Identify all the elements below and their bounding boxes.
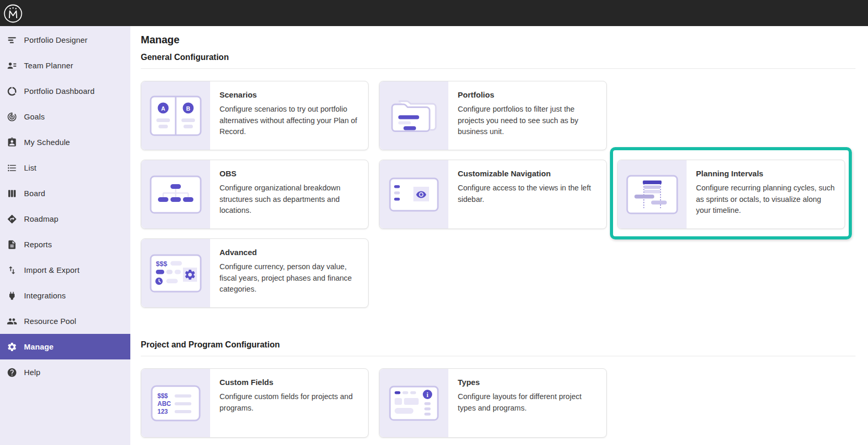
sidebar-item-label: Portfolio Designer	[24, 35, 88, 44]
card-description: Configure scenarios to try out portfolio…	[219, 104, 359, 138]
sidebar-item-label: Portfolio Dashboard	[24, 87, 94, 95]
sidebar-item-reports[interactable]: Reports	[0, 232, 130, 257]
sidebar-item-import-export[interactable]: Import & Export	[0, 257, 130, 283]
svg-text:A: A	[161, 105, 165, 111]
card-advanced[interactable]: $$$ Advanced	[141, 238, 369, 308]
sidebar-item-label: Reports	[24, 240, 52, 249]
my-schedule-icon	[7, 137, 17, 148]
manage-gear-icon	[7, 342, 17, 352]
scenarios-illustration-icon: A B	[141, 81, 210, 150]
sidebar-item-label: Import & Export	[24, 266, 79, 274]
card-portfolios[interactable]: Portfolios Configure portfolios to filte…	[379, 81, 607, 150]
card-title: Custom Fields	[219, 378, 359, 387]
topbar	[0, 0, 868, 26]
sidebar-item-roadmap[interactable]: Roadmap	[0, 206, 130, 232]
planning-intervals-illustration-icon	[618, 160, 687, 228]
svg-text:B: B	[186, 105, 190, 111]
custom-fields-illustration-icon: $$$ ABC 123	[141, 369, 210, 437]
card-description: Configure portfolios to filter just the …	[458, 104, 597, 138]
sidebar-item-label: List	[24, 163, 36, 172]
portfolios-illustration-icon	[380, 81, 448, 150]
card-title: Planning Intervals	[696, 169, 835, 178]
import-export-icon	[7, 265, 17, 275]
section-title-general-configuration: General Configuration	[141, 53, 855, 69]
sidebar-item-resource-pool[interactable]: Resource Pool	[0, 308, 130, 334]
project-program-card-grid: $$$ ABC 123 Custom Fields Configure cust…	[141, 368, 855, 438]
integrations-icon	[7, 291, 17, 301]
customizable-navigation-illustration-icon	[380, 160, 448, 228]
sidebar-item-my-schedule[interactable]: My Schedule	[0, 129, 130, 155]
app-logo[interactable]	[2, 2, 25, 25]
card-obs[interactable]: OBS Configure organizational breakdown s…	[141, 160, 369, 229]
sidebar-item-goals[interactable]: Goals	[0, 104, 130, 129]
card-description: Configure layouts for different project …	[458, 391, 597, 414]
sidebar-item-help[interactable]: Help	[0, 359, 130, 385]
card-title: Portfolios	[458, 90, 597, 99]
portfolio-dashboard-icon	[7, 86, 17, 97]
sidebar-item-portfolio-dashboard[interactable]: Portfolio Dashboard	[0, 78, 130, 104]
sidebar: Portfolio Designer Team Planner Portfoli…	[0, 26, 130, 445]
card-scenarios[interactable]: A B Scenarios Configure scenarios to try…	[141, 81, 369, 150]
sidebar-item-manage[interactable]: Manage	[0, 334, 130, 359]
sidebar-item-label: My Schedule	[24, 138, 70, 147]
types-illustration-icon: i	[380, 369, 448, 437]
sidebar-item-list[interactable]: List	[0, 155, 130, 181]
obs-illustration-icon	[141, 160, 210, 228]
page-title: Manage	[141, 33, 855, 47]
card-description: Configure access to the views in the lef…	[458, 183, 597, 205]
svg-text:ABC: ABC	[157, 400, 171, 407]
sidebar-item-integrations[interactable]: Integrations	[0, 283, 130, 308]
card-planning-intervals[interactable]: Planning Intervals Configure recurring p…	[617, 160, 845, 229]
sidebar-item-board[interactable]: Board	[0, 181, 130, 206]
sidebar-item-team-planner[interactable]: Team Planner	[0, 53, 130, 78]
reports-icon	[7, 239, 17, 250]
card-title: Customizable Navigation	[458, 169, 597, 178]
card-description: Configure recurring planning cycles, suc…	[696, 183, 835, 217]
general-configuration-card-grid: A B Scenarios Configure scenarios to try…	[141, 81, 855, 308]
sidebar-item-label: Team Planner	[24, 61, 73, 70]
goals-icon	[7, 112, 17, 122]
roadmap-icon	[7, 214, 17, 224]
sidebar-item-label: Board	[24, 189, 45, 198]
section-title-project-and-program-configuration: Project and Program Configuration	[141, 340, 855, 356]
portfolio-designer-icon	[7, 35, 17, 45]
sidebar-item-portfolio-designer[interactable]: Portfolio Designer	[0, 27, 130, 53]
svg-text:123: 123	[157, 408, 168, 415]
card-description: Configure currency, person day value, fi…	[219, 261, 359, 295]
svg-text:$$$: $$$	[157, 392, 168, 400]
card-customizable-navigation[interactable]: Customizable Navigation Configure access…	[379, 160, 607, 229]
sidebar-item-label: Manage	[24, 342, 54, 351]
team-planner-icon	[7, 61, 17, 71]
sidebar-item-label: Roadmap	[24, 214, 58, 223]
advanced-illustration-icon: $$$	[141, 239, 210, 307]
card-title: OBS	[219, 169, 359, 178]
sidebar-item-label: Integrations	[24, 291, 66, 300]
card-title: Scenarios	[219, 90, 359, 99]
board-icon	[7, 188, 17, 199]
sidebar-item-label: Resource Pool	[24, 317, 76, 326]
sidebar-item-label: Help	[24, 368, 40, 377]
help-icon	[7, 367, 17, 378]
card-title: Types	[458, 378, 597, 387]
card-title: Advanced	[219, 248, 359, 257]
svg-text:$$$: $$$	[156, 260, 167, 268]
card-types[interactable]: i Types Configure layouts for different …	[379, 368, 607, 438]
card-custom-fields[interactable]: $$$ ABC 123 Custom Fields Configure cust…	[141, 368, 369, 438]
list-icon	[7, 163, 17, 173]
card-description: Configure custom fields for projects and…	[219, 391, 359, 414]
sidebar-item-label: Goals	[24, 112, 45, 121]
main-content: Manage General Configuration A B	[130, 26, 868, 445]
crown-m-logo-icon	[3, 3, 23, 23]
resource-pool-icon	[7, 316, 17, 327]
card-description: Configure organizational breakdown struc…	[219, 183, 359, 217]
